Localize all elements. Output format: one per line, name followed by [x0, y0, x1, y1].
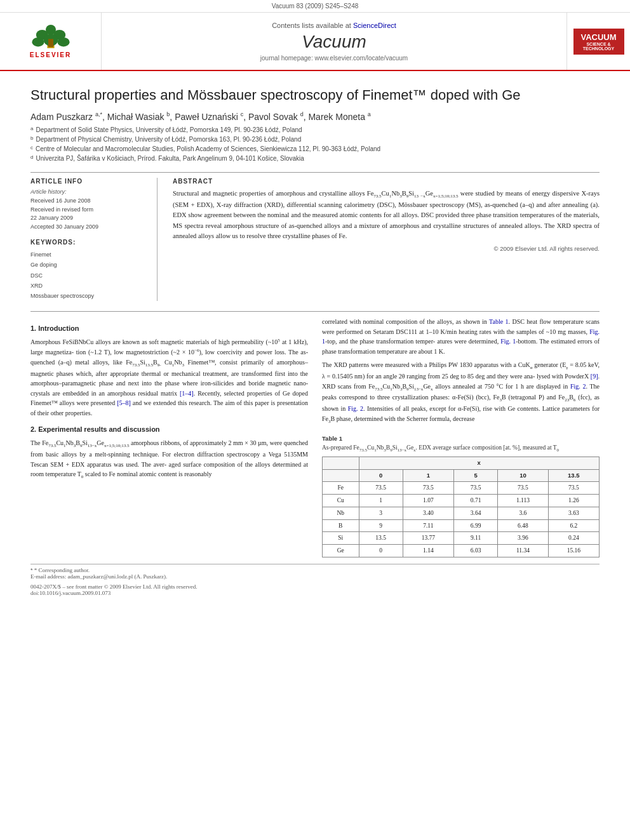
affil-a: a Department of Solid State Physics, Uni…: [30, 125, 600, 135]
keyword-5: Mössbauer spectroscopy: [30, 291, 148, 301]
footnote-email: E-mail address: adam_puszkarz@uni.lodz.p…: [30, 573, 600, 580]
table-row: Fe 73.5 73.5 73.5 73.5 73.5: [323, 482, 600, 495]
cell-si-1: 13.77: [403, 532, 453, 545]
cell-ge-10: 11.34: [498, 545, 548, 557]
email-name: (A. Puszkarz).: [135, 573, 168, 580]
history-item-1: Received 16 June 2008: [30, 197, 148, 206]
col-element: [323, 469, 359, 482]
table-caption-text: As-prepared Fe73.5Cu1Nb3B9Si13−xGex. EDX…: [322, 444, 559, 451]
table-1-section: Table 1 As-prepared Fe73.5Cu1Nb3B9Si13−x…: [322, 434, 600, 557]
right-para-1: correlated with nominal composition of t…: [322, 317, 600, 356]
data-table: x 0 1 5 10 13.5: [322, 457, 600, 557]
vacuum-logo-area: VACUUM SCIENCE & TECHNOLOGY: [566, 13, 630, 70]
table-number: Table 1: [322, 435, 342, 442]
contents-available-text: Contents lists available at ScienceDirec…: [272, 22, 396, 29]
cell-nb-10: 3.6: [498, 507, 548, 519]
keyword-3: DSC: [30, 270, 148, 281]
cell-fe-0: 73.5: [359, 482, 403, 495]
article-info: ARTICLE INFO Article history: Received 1…: [30, 178, 158, 301]
page: Vacuum 83 (2009) S245–S248 ELSEVIER Cont…: [0, 0, 630, 840]
col-0: 0: [359, 469, 403, 482]
cell-ge-1: 1.14: [403, 545, 453, 557]
cell-nb-5: 3.64: [453, 507, 497, 519]
cell-cu-5: 0.71: [453, 495, 497, 507]
svg-rect-7: [48, 39, 53, 47]
fig2-link[interactable]: Fig. 2: [570, 383, 586, 390]
table-header-x: x: [359, 457, 599, 470]
cell-ge-label: Ge: [323, 545, 359, 557]
cell-fe-5: 73.5: [453, 482, 497, 495]
email-link[interactable]: adam_puszkarz@uni.lodz.pl: [67, 573, 133, 580]
cell-nb-0: 3: [359, 507, 403, 519]
cell-fe-label: Fe: [323, 482, 359, 495]
journal-title-area: Contents lists available at ScienceDirec…: [102, 13, 566, 70]
intro-paragraph: Amorphous FeSiBNbCu alloys are known as …: [30, 337, 308, 418]
table1-link[interactable]: Table 1: [489, 318, 508, 325]
fig1-bottom-link[interactable]: Fig. 1: [500, 338, 516, 345]
footer-doi: doi:10.1016/j.vacuum.2009.01.073: [30, 590, 600, 596]
keywords-label: Keywords:: [30, 239, 148, 246]
col-13-5: 13.5: [548, 469, 599, 482]
cell-cu-label: Cu: [323, 495, 359, 507]
copyright-line: © 2009 Elsevier Ltd. All rights reserved…: [173, 245, 600, 252]
divider-top: [30, 172, 600, 173]
keyword-4: XRD: [30, 281, 148, 291]
abstract-section: ABSTRACT Structural and magnetic propert…: [173, 178, 600, 301]
cell-ge-13: 15.16: [548, 545, 599, 557]
history-label: Article history:: [30, 189, 148, 195]
keyword-2: Ge doping: [30, 260, 148, 270]
table-row: Nb 3 3.40 3.64 3.6 3.63: [323, 507, 600, 519]
affiliations: a Department of Solid State Physics, Uni…: [30, 125, 600, 163]
svg-point-4: [32, 37, 44, 46]
ref-1-4[interactable]: [1–4]: [180, 390, 194, 397]
table-row: Si 13.5 13.77 9.11 3.96 0.24: [323, 532, 600, 545]
cell-ge-5: 6.03: [453, 545, 497, 557]
journal-name: Vacuum: [302, 32, 366, 52]
citation-line: Vacuum 83 (2009) S245–S248: [0, 0, 630, 13]
cell-fe-10: 73.5: [498, 482, 548, 495]
experimental-paragraph: The Fe73.5Cu1Nb3B9Si13−xGex=1;5;10;13.5 …: [30, 438, 308, 481]
article-history: Article history: Received 16 June 2008 R…: [30, 189, 148, 231]
fig1-top-link[interactable]: Fig. 1: [322, 328, 600, 345]
history-item-4: Accepted 30 January 2009: [30, 223, 148, 232]
cell-si-label: Si: [323, 532, 359, 545]
table-caption: Table 1 As-prepared Fe73.5Cu1Nb3B9Si13−x…: [322, 434, 600, 454]
journal-header: ELSEVIER Contents lists available at Sci…: [0, 13, 630, 71]
corresponding-author-text: * Corresponding author.: [34, 567, 90, 573]
cell-fe-1: 73.5: [403, 482, 453, 495]
cell-b-0: 9: [359, 519, 403, 532]
cell-b-10: 6.48: [498, 519, 548, 532]
cell-si-10: 3.96: [498, 532, 548, 545]
table-row: Ge 0 1.14 6.03 11.34 15.16: [323, 545, 600, 557]
ref-5-8[interactable]: [5–8]: [117, 399, 131, 406]
affil-d: d Univerzita PJ, Šafárika v Košiciach, P…: [30, 154, 600, 163]
elsevier-brand-label: ELSEVIER: [30, 51, 71, 58]
cell-b-1: 7.11: [403, 519, 453, 532]
cell-nb-label: Nb: [323, 507, 359, 519]
footnote-star: * * Corresponding author.: [30, 567, 600, 573]
fig2-link-2[interactable]: Fig. 2: [348, 405, 363, 412]
cell-si-13: 0.24: [548, 532, 599, 545]
cell-nb-13: 3.63: [548, 507, 599, 519]
right-column: correlated with nominal composition of t…: [322, 317, 600, 557]
keywords-section: Keywords: Finemet Ge doping DSC XRD Möss…: [30, 239, 148, 301]
citation-text: Vacuum 83 (2009) S245–S248: [272, 3, 359, 10]
cell-b-5: 6.99: [453, 519, 497, 532]
ref-9-link[interactable]: [9]: [591, 373, 598, 380]
abstract-text: Structural and magnetic properties of am…: [173, 189, 600, 241]
cell-nb-1: 3.40: [403, 507, 453, 519]
cell-b-13: 6.2: [548, 519, 599, 532]
table-header-blank: [323, 457, 359, 470]
table-row: Cu 1 1.07 0.71 1.113 1.26: [323, 495, 600, 507]
svg-point-5: [57, 37, 69, 46]
divider-bottom: [30, 311, 600, 312]
footer-license: 0042-207X/$ – see front matter © 2009 El…: [30, 583, 600, 590]
cell-cu-1: 1.07: [403, 495, 453, 507]
email-label: E-mail address:: [30, 573, 67, 580]
col-10: 10: [498, 469, 548, 482]
cell-cu-0: 1: [359, 495, 403, 507]
vacuum-logo-text: VACUUM: [580, 32, 618, 42]
vacuum-logo-box: VACUUM SCIENCE & TECHNOLOGY: [573, 29, 624, 55]
sciencedirect-link[interactable]: ScienceDirect: [353, 22, 396, 29]
cell-cu-13: 1.26: [548, 495, 599, 507]
